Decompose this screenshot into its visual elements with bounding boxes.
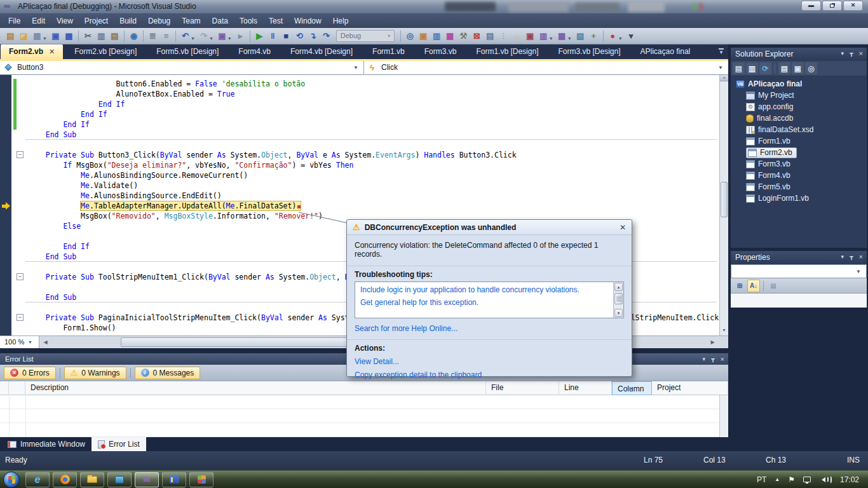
close-icon[interactable]: × <box>859 251 863 262</box>
pin-icon[interactable]: ┳ <box>850 48 853 59</box>
scroll-up-icon[interactable]: ▲ <box>614 283 623 291</box>
scroll-left-icon[interactable]: ◀ <box>41 336 50 348</box>
chevron-down-icon[interactable]: ▼ <box>43 36 47 41</box>
taskbar-app-2[interactable] <box>189 472 214 487</box>
window-position-icon[interactable]: ▾ <box>841 251 844 262</box>
code-line[interactable]: End Sub <box>0 130 719 140</box>
breakpoint-button[interactable]: ● <box>606 29 620 43</box>
view-code-icon[interactable]: ▤ <box>778 62 790 74</box>
action-center-flag-icon[interactable]: ⚑ <box>788 476 795 484</box>
close-icon[interactable]: × <box>721 353 724 365</box>
errors-filter-button[interactable]: ✕0 Errors <box>4 367 56 379</box>
menu-item-help[interactable]: Help <box>327 14 355 28</box>
scroll-right-icon[interactable]: ▶ <box>708 336 717 348</box>
paste-button[interactable]: ▤ <box>108 29 121 43</box>
copy-button[interactable]: ▥ <box>95 29 108 43</box>
network-icon[interactable] <box>803 477 811 482</box>
chevron-down-icon[interactable]: ▼ <box>209 36 214 41</box>
close-icon[interactable]: × <box>859 48 863 59</box>
show-hidden-icons-icon[interactable]: ▲ <box>775 477 780 482</box>
close-icon[interactable]: ✕ <box>49 44 55 59</box>
taskbar-help-viewer[interactable] <box>162 472 186 487</box>
uncomment-button[interactable]: ≡ <box>159 29 173 43</box>
taskbar-windows-explorer[interactable] <box>80 472 104 487</box>
properties-object-dropdown[interactable]: ▼ <box>731 264 867 278</box>
navigate-window-button[interactable]: ▣ <box>215 29 229 43</box>
view-class-diagram-icon[interactable]: ◎ <box>805 62 817 74</box>
document-tab-form4-vb-design-[interactable]: Form4.vb [Design] <box>282 44 361 59</box>
show-all-files-icon[interactable]: ▥ <box>746 62 758 74</box>
restart-button[interactable]: ⟲ <box>293 29 306 43</box>
tree-item-form3-vb[interactable]: Form3.vb <box>731 158 867 170</box>
collapse-region-icon[interactable]: − <box>17 314 24 321</box>
volume-icon[interactable] <box>819 476 832 484</box>
document-tab-aplica-ao-final[interactable]: APlicaçao final <box>632 44 699 59</box>
show-next-statement-button[interactable]: → <box>510 29 524 43</box>
output-window-button[interactable]: ▤ <box>484 29 497 43</box>
pin-icon[interactable]: ┳ <box>711 353 714 365</box>
scroll-down-icon[interactable]: ▼ <box>720 326 728 334</box>
undo-button[interactable]: ↶ <box>179 29 192 43</box>
code-line[interactable]: If MsgBox("Deseja eliminar?", vbYesNo, "… <box>0 160 719 170</box>
taskbar-app-1[interactable] <box>107 472 132 487</box>
find-in-files-button[interactable]: ◉ <box>127 29 140 43</box>
tree-item-form1-vb[interactable]: Form1.vb <box>731 135 867 147</box>
events-dropdown[interactable]: ϟ Click ▼ <box>364 61 728 75</box>
code-line[interactable] <box>0 140 719 150</box>
immediate-window-tab[interactable]: Immediate Window <box>1 437 92 451</box>
document-tab-form3-vb-design-[interactable]: Form3.vb [Design] <box>550 44 628 59</box>
action-link[interactable]: View Detail... <box>355 357 399 366</box>
properties-window-button[interactable]: ▣ <box>417 29 430 43</box>
scrollbar-thumb[interactable] <box>721 182 728 217</box>
error-list-tab[interactable]: Error List <box>92 437 146 451</box>
stop-debugging-button[interactable]: ■ <box>280 29 293 43</box>
action-link[interactable]: Copy exception detail to the clipboard <box>355 370 482 379</box>
document-tab-form3-vb[interactable]: Form3.vb <box>416 44 465 59</box>
menu-item-window[interactable]: Window <box>288 14 327 28</box>
code-line[interactable]: End If <box>0 119 719 130</box>
document-tab-form1-vb-design-[interactable]: Form1.vb [Design] <box>468 44 546 59</box>
editor-vertical-scrollbar[interactable]: ≡ ▼ <box>719 75 728 336</box>
code-line[interactable]: Button6.Enabled = False 'desabilita o bo… <box>0 79 719 89</box>
taskbar-visual-studio[interactable]: ∞ <box>135 472 159 487</box>
quickwatch-button[interactable]: + <box>587 29 600 43</box>
break-all-button[interactable]: ‖ <box>266 29 280 43</box>
code-line[interactable]: AlunoTextBox.Enabled = True <box>0 89 719 99</box>
tips-scrollbar[interactable]: ▲ ▼ <box>613 282 623 318</box>
menu-item-test[interactable]: Test <box>263 14 288 28</box>
severity-icon-column[interactable] <box>9 381 25 395</box>
memory-window-button[interactable]: ▥ <box>537 29 550 43</box>
solution-configurations-combo[interactable]: Debug▼ <box>336 30 395 42</box>
call-stack-window-button[interactable]: ▧ <box>574 29 587 43</box>
step-over-button[interactable]: ↷ <box>320 29 333 43</box>
tree-item-finaldataset-xsd[interactable]: finalDataSet.xsd <box>731 124 867 135</box>
document-tab-form2-vb-design-[interactable]: Form2.vb [Design] <box>66 44 145 59</box>
clock[interactable]: 17:02 <box>840 475 859 484</box>
document-tab-form2-vb[interactable]: Form2.vb✕ <box>1 44 63 59</box>
collapse-region-icon[interactable]: − <box>17 273 24 280</box>
properties-icon[interactable]: ▤ <box>733 62 745 74</box>
tree-item-form5-vb[interactable]: Form5.vb <box>731 181 867 193</box>
properties-header[interactable]: Properties ▾ ┳ × <box>731 251 867 264</box>
start-button[interactable] <box>3 471 20 488</box>
collapse-region-icon[interactable]: − <box>17 151 24 158</box>
pin-icon[interactable]: ┳ <box>850 251 853 262</box>
save-button[interactable]: ▣ <box>49 29 62 43</box>
code-line[interactable]: − Private Sub Button3_Click(ByVal sender… <box>0 150 719 160</box>
tree-item-aplica-ao-final[interactable]: VBAPlicaçao final <box>731 78 867 90</box>
start-debugging-button[interactable]: ▶ <box>253 29 266 43</box>
chevron-down-icon[interactable]: ▼ <box>191 36 195 41</box>
splitter-handle[interactable]: ≡ <box>720 75 728 81</box>
step-into-button[interactable]: ↴ <box>306 29 320 43</box>
troubleshooting-tip-link[interactable]: Include logic in your application to han… <box>355 283 623 296</box>
code-line[interactable]: Me.AlunosBindingSource.RemoveCurrent() <box>0 170 719 180</box>
language-indicator[interactable]: PT <box>757 475 766 484</box>
warnings-filter-button[interactable]: ⚠0 Warnings <box>64 367 126 379</box>
description-column[interactable]: Description <box>25 381 486 395</box>
tree-item-my-project[interactable]: My Project <box>731 90 867 101</box>
file-column[interactable]: File <box>486 381 559 395</box>
document-tab-form5-vb-design-[interactable]: Form5.vb [Design] <box>148 44 227 59</box>
code-line[interactable]: Me.TableAdapterManager.UpdateAll(Me.Fina… <box>0 201 719 211</box>
open-file-button[interactable]: ◪ <box>17 29 31 43</box>
refresh-icon[interactable]: ⟳ <box>759 62 771 74</box>
